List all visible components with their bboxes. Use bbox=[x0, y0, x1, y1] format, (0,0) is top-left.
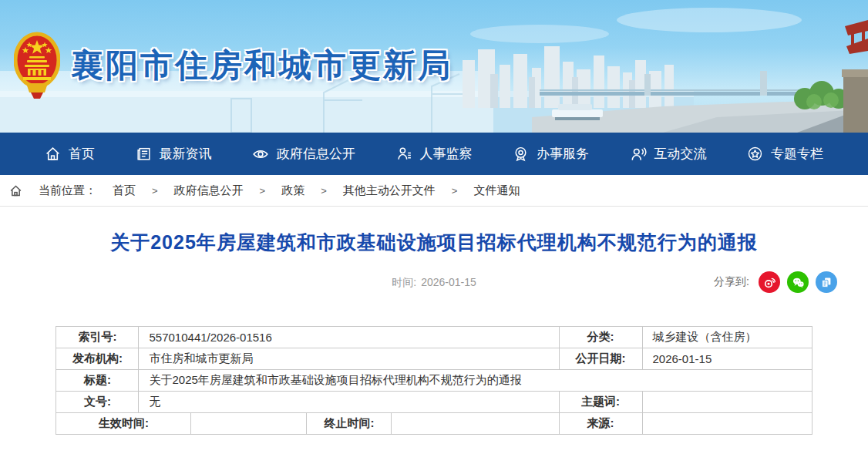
nav-item-label: 专题专栏 bbox=[771, 145, 823, 163]
category-value: 城乡建设（含住房） bbox=[642, 327, 812, 348]
keywords-label: 主题词: bbox=[559, 392, 642, 413]
nav-item-label: 人事监察 bbox=[420, 145, 473, 163]
source-value bbox=[642, 413, 812, 435]
effective-date-value bbox=[191, 413, 307, 435]
chat-icon bbox=[630, 146, 647, 163]
page: 襄阳市住房和城市更新局 首页 最新资讯 政府信息公开 人事监察 bbox=[0, 0, 868, 454]
table-row: 发布机构: 市住房和城市更新局 公开日期: 2026-01-15 bbox=[56, 348, 812, 370]
document-meta-table: 索引号: 557010441/2026-01516 分类: 城乡建设（含住房） … bbox=[56, 326, 812, 435]
article-meta-row: 时间:2026-01-15 分享到: bbox=[0, 271, 868, 294]
article-content: 关于2025年房屋建筑和市政基础设施项目招标代理机构不规范行为的通报 时间:20… bbox=[0, 207, 868, 435]
site-brand: 襄阳市住房和城市更新局 bbox=[14, 31, 453, 100]
nav-item-personnel[interactable]: 人事监察 bbox=[396, 145, 473, 163]
nav-item-label: 互动交流 bbox=[654, 145, 707, 163]
publish-date-value: 2026-01-15 bbox=[642, 348, 812, 370]
breadcrumb-separator: > bbox=[152, 185, 158, 197]
terminate-date-value bbox=[392, 413, 559, 435]
site-title: 襄阳市住房和城市更新局 bbox=[71, 44, 453, 87]
category-label: 分类: bbox=[559, 327, 642, 348]
keywords-value bbox=[642, 392, 812, 413]
nav-item-interaction[interactable]: 互动交流 bbox=[630, 145, 707, 163]
title-label: 标题: bbox=[56, 370, 139, 392]
share-label: 分享到: bbox=[714, 275, 749, 289]
breadcrumb-prefix: 当前位置： bbox=[39, 183, 96, 198]
home-icon bbox=[45, 146, 61, 162]
time-value: 2026-01-15 bbox=[421, 276, 476, 288]
nav-item-label: 办事服务 bbox=[537, 145, 589, 163]
main-nav: 首页 最新资讯 政府信息公开 人事监察 办事服务 bbox=[0, 133, 868, 175]
eye-icon bbox=[252, 146, 269, 163]
nav-item-services[interactable]: 办事服务 bbox=[513, 145, 589, 163]
share-bar: 分享到: bbox=[714, 271, 837, 294]
source-label: 来源: bbox=[559, 413, 642, 435]
badge-icon bbox=[513, 146, 529, 162]
doc-number-value: 无 bbox=[139, 392, 559, 413]
breadcrumb-item-policy[interactable]: 政策 bbox=[281, 183, 304, 198]
nav-item-label: 最新资讯 bbox=[160, 145, 212, 163]
index-number-label: 索引号: bbox=[56, 327, 139, 348]
national-emblem-icon bbox=[14, 31, 60, 100]
table-row: 生效时间: 终止时间: 来源: bbox=[56, 413, 812, 435]
publisher-label: 发布机构: bbox=[56, 348, 139, 370]
article-title: 关于2025年房屋建筑和市政基础设施项目招标代理机构不规范行为的通报 bbox=[0, 230, 868, 255]
copylink-share-icon[interactable] bbox=[816, 271, 837, 293]
nav-item-news[interactable]: 最新资讯 bbox=[136, 145, 212, 163]
breadcrumb-item-gov-info[interactable]: 政府信息公开 bbox=[174, 183, 244, 198]
doc-number-label: 文号: bbox=[56, 392, 139, 413]
time-label: 时间: bbox=[392, 276, 416, 288]
breadcrumb-item-other-public-docs[interactable]: 其他主动公开文件 bbox=[343, 183, 436, 198]
breadcrumb-home-icon bbox=[9, 184, 22, 197]
nav-item-label: 首页 bbox=[69, 145, 95, 163]
nav-item-home[interactable]: 首页 bbox=[45, 145, 95, 163]
weibo-share-icon[interactable] bbox=[759, 271, 780, 293]
news-icon bbox=[136, 146, 152, 162]
breadcrumb-item-home[interactable]: 首页 bbox=[113, 183, 136, 198]
breadcrumb-separator: > bbox=[321, 185, 327, 197]
nav-item-gov-info[interactable]: 政府信息公开 bbox=[252, 145, 355, 163]
table-row: 文号: 无 主题词: bbox=[56, 392, 812, 413]
terminate-date-label: 终止时间: bbox=[307, 413, 392, 435]
publish-date-label: 公开日期: bbox=[559, 348, 642, 370]
title-value: 关于2025年房屋建筑和市政基础设施项目招标代理机构不规范行为的通报 bbox=[139, 370, 812, 392]
breadcrumb: 当前位置： 首页 > 政府信息公开 > 政策 > 其他主动公开文件 > 文件通知 bbox=[0, 175, 868, 207]
person-icon bbox=[396, 146, 412, 162]
breadcrumb-separator: > bbox=[452, 185, 458, 197]
nav-item-topics[interactable]: 专题专栏 bbox=[747, 145, 823, 163]
breadcrumb-item-doc-notice[interactable]: 文件通知 bbox=[473, 183, 520, 198]
star-icon bbox=[747, 146, 763, 162]
site-banner: 襄阳市住房和城市更新局 bbox=[0, 0, 868, 133]
nav-item-label: 政府信息公开 bbox=[277, 145, 355, 163]
publisher-value: 市住房和城市更新局 bbox=[139, 348, 559, 370]
effective-date-label: 生效时间: bbox=[56, 413, 191, 435]
wechat-share-icon[interactable] bbox=[787, 271, 809, 293]
table-row: 索引号: 557010441/2026-01516 分类: 城乡建设（含住房） bbox=[56, 327, 812, 348]
index-number-value: 557010441/2026-01516 bbox=[139, 327, 559, 348]
table-row: 标题: 关于2025年房屋建筑和市政基础设施项目招标代理机构不规范行为的通报 bbox=[56, 370, 812, 392]
breadcrumb-separator: > bbox=[260, 185, 266, 197]
